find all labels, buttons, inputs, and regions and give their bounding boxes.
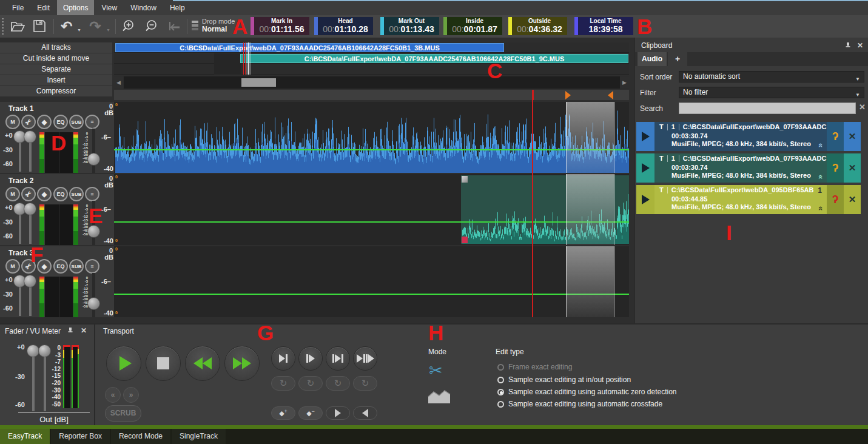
loop-button[interactable]: ↻ <box>271 376 295 391</box>
skip-forward-button[interactable]: » <box>123 387 139 403</box>
mute-button[interactable]: M <box>5 259 20 274</box>
timecode-outside[interactable]: Outside00:04:36.32 <box>508 17 567 35</box>
drop-mode-widget[interactable]: Drop mode Normal <box>202 18 235 33</box>
menu-file[interactable]: File <box>6 0 30 15</box>
waveform-area[interactable]: 0 0 <box>114 102 629 173</box>
undo-dropdown-icon[interactable]: ▼ <box>77 28 81 32</box>
play-to-mark-button[interactable] <box>271 346 295 371</box>
eq-button[interactable]: EQ <box>53 187 68 201</box>
preview-play-button[interactable] <box>636 122 654 151</box>
collapse-icon[interactable]: « <box>816 175 826 179</box>
mark-in-flag-icon[interactable] <box>565 91 571 99</box>
cut-mode-icon[interactable]: ✂ <box>429 361 443 380</box>
mark-out-flag-icon[interactable] <box>608 91 613 99</box>
sub-button[interactable]: SUB <box>69 115 84 129</box>
loop-button[interactable]: ↻ <box>298 376 323 391</box>
zoom-in-icon[interactable] <box>119 18 136 35</box>
remove-item-icon[interactable]: ✕ <box>844 153 861 183</box>
zoom-out-icon[interactable] <box>143 18 160 35</box>
selection-region[interactable] <box>566 174 614 245</box>
tab-easytrack[interactable]: EasyTrack <box>0 429 50 444</box>
gain-knob-right[interactable] <box>24 130 36 143</box>
open-file-icon[interactable] <box>9 18 26 35</box>
tool-separate[interactable]: Separate <box>0 64 112 75</box>
remove-item-icon[interactable]: ✕ <box>844 185 861 214</box>
next-marker-button[interactable] <box>326 406 350 420</box>
mute-button[interactable]: M <box>5 187 20 201</box>
prelisten-ear-icon[interactable]: ʔ <box>827 153 844 183</box>
eq-button[interactable]: EQ <box>53 259 68 274</box>
radio-sample-inout[interactable]: Sample exact editing at in/out position <box>497 375 631 384</box>
gain-knob-right[interactable] <box>24 275 36 288</box>
collapse-icon[interactable]: « <box>816 143 826 147</box>
rewind-button[interactable] <box>185 346 220 381</box>
preview-play-button[interactable] <box>636 185 654 214</box>
radio-sample-zero[interactable]: Sample exact editing using automatic zer… <box>497 388 677 396</box>
mute-button[interactable]: M <box>5 115 20 129</box>
scrollbar-track[interactable] <box>124 76 620 89</box>
clip-handle-bottom[interactable] <box>462 237 468 243</box>
selection-region[interactable] <box>566 246 614 317</box>
loop-button[interactable]: ↻ <box>353 376 377 391</box>
level-automation-line[interactable] <box>114 221 629 223</box>
sub-button[interactable]: SUB <box>69 259 84 274</box>
fast-forward-button[interactable] <box>224 346 260 381</box>
track-menu-button[interactable]: ≡ <box>85 115 99 129</box>
play-button[interactable] <box>106 346 141 381</box>
play-around-marks-button[interactable] <box>353 346 377 371</box>
stop-button[interactable] <box>146 346 181 381</box>
remove-item-icon[interactable]: ✕ <box>844 122 861 151</box>
scrub-button[interactable]: SCRUB <box>105 405 141 422</box>
close-icon[interactable]: ✕ <box>81 326 87 335</box>
menu-help[interactable]: Help <box>164 0 191 15</box>
tool-insert[interactable]: Insert <box>0 75 112 86</box>
sub-button[interactable]: SUB <box>69 187 84 201</box>
overview-row-3[interactable] <box>114 64 629 75</box>
toolbar-drag-handle[interactable] <box>2 18 4 35</box>
undo-icon[interactable]: ↶ <box>58 18 75 35</box>
radio-frame-exact[interactable]: Frame exact editing <box>497 363 572 371</box>
scrollbar-thumb[interactable] <box>241 78 276 87</box>
sort-order-select[interactable]: No automatic sort ▼ <box>679 71 864 82</box>
timeline-scrollbar[interactable]: ◀ ▶ <box>114 76 629 89</box>
menu-options[interactable]: Options <box>57 0 94 15</box>
loop-button[interactable]: ↻ <box>326 376 350 391</box>
drop-mode-icon[interactable] <box>192 21 198 32</box>
pin-icon[interactable] <box>67 327 73 335</box>
marker-button[interactable]: ◆ <box>37 115 52 129</box>
prelisten-ear-icon[interactable]: ʔ <box>827 122 844 151</box>
timecode-head[interactable]: Head00:01:10.28 <box>314 17 373 35</box>
redo-icon[interactable]: ↷ <box>87 18 104 35</box>
clear-search-icon[interactable]: ✕ <box>859 103 866 112</box>
cut-button[interactable]: ✂ <box>21 115 36 129</box>
output-fader-left[interactable] <box>27 345 39 357</box>
play-from-mark-button[interactable] <box>298 346 323 371</box>
eq-button[interactable]: EQ <box>53 115 68 129</box>
search-input[interactable] <box>679 103 856 114</box>
close-icon[interactable]: ✕ <box>857 41 863 50</box>
timecode-local-time[interactable]: Local Time18:39:58 <box>574 17 633 35</box>
add-tab-icon[interactable]: + <box>668 52 687 66</box>
clipboard-item-1[interactable]: T1C:\BCSData\FullExport\webDA_07F93AAADC… <box>636 122 861 151</box>
level-automation-line[interactable] <box>114 294 629 295</box>
marker-button[interactable]: ◆ <box>37 187 52 201</box>
snap-back-icon[interactable] <box>166 18 183 35</box>
timeline-ruler[interactable] <box>114 90 629 100</box>
skip-back-button[interactable]: « <box>105 387 121 403</box>
tab-reporter-box[interactable]: Reporter Box <box>51 429 110 444</box>
remove-marker-button[interactable]: ◆− <box>298 406 323 420</box>
volume-fader-knob[interactable] <box>87 297 100 310</box>
playhead-cursor[interactable] <box>532 90 533 317</box>
tab-record-mode[interactable]: Record Mode <box>111 429 170 444</box>
radio-sample-crossfade[interactable]: Sample exact editing using automatic cro… <box>497 400 662 408</box>
preview-play-button[interactable] <box>636 153 654 183</box>
menu-edit[interactable]: Edit <box>31 0 56 15</box>
pin-icon[interactable] <box>845 42 851 50</box>
level-automation-line[interactable] <box>114 149 629 150</box>
timecode-inside[interactable]: Inside00:00:01.87 <box>443 17 502 35</box>
menu-view[interactable]: View <box>95 0 123 15</box>
clipboard-item-2[interactable]: T1C:\BCSData\FullExport\webDA_07F93AAADC… <box>636 153 861 183</box>
prelisten-ear-icon[interactable]: ʔ <box>827 185 844 214</box>
tab-audio[interactable]: Audio <box>638 52 667 66</box>
prev-marker-button[interactable] <box>353 406 377 420</box>
